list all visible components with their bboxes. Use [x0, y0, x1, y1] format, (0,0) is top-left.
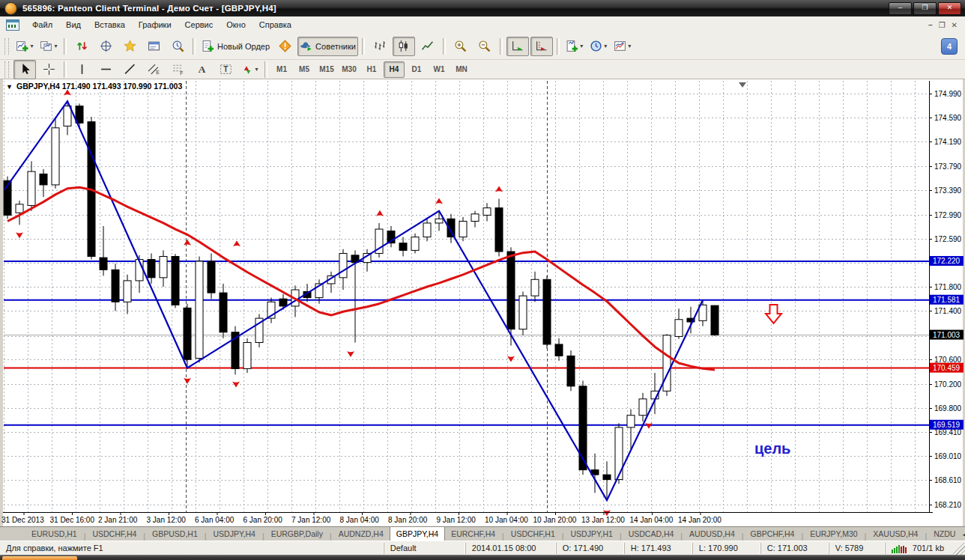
arrows-button[interactable]: ▾ — [238, 60, 261, 79]
new-chart-button[interactable]: ▾ — [13, 37, 36, 56]
target-text-annotation[interactable]: цель — [754, 440, 790, 457]
zoom-out-icon — [478, 40, 491, 52]
taskbar-item[interactable] — [2, 556, 77, 560]
chart-tab-usdjpy-h1[interactable]: USDJPY,H1 — [565, 528, 619, 541]
chart-tab-eurjpy-m30[interactable]: EURJPY,M30 — [804, 528, 863, 541]
chart-tab-eurchf-h4[interactable]: EURCHF,H4 — [445, 528, 501, 541]
chart-shift-button[interactable] — [530, 37, 553, 56]
alert-button[interactable] — [273, 37, 296, 56]
profile-name[interactable]: Default — [384, 543, 465, 554]
menu-item-сервис[interactable]: Сервис — [178, 18, 220, 31]
chart-area[interactable]: 174.990174.590174.190173.790173.390172.9… — [0, 79, 965, 526]
svg-text:F: F — [180, 70, 183, 76]
zoom-in-button[interactable] — [450, 37, 472, 56]
candlestick-chart[interactable]: 174.990174.590174.190173.790173.390172.9… — [0, 79, 965, 526]
periods-button[interactable]: ▾ — [587, 37, 610, 56]
chart-tab-usdjpy-h4[interactable]: USDJPY,H4 — [208, 528, 261, 541]
text-label-button[interactable]: T — [214, 60, 237, 79]
timeframe-m1-button[interactable]: M1 — [271, 61, 292, 78]
timeframe-d1-button[interactable]: D1 — [406, 61, 427, 78]
fibonacci-button[interactable]: F — [166, 60, 189, 79]
chart-candles-button[interactable] — [393, 37, 415, 56]
menu-item-окно[interactable]: Окно — [220, 18, 252, 31]
zoom-out-button[interactable] — [474, 37, 496, 56]
notifications-badge[interactable]: 4 — [941, 38, 958, 55]
market-watch-button[interactable] — [70, 37, 93, 56]
mdi-minimize-button[interactable]: – — [928, 21, 933, 29]
equidistant-channel-button[interactable]: E — [142, 60, 165, 79]
timeframe-w1-button[interactable]: W1 — [429, 61, 450, 78]
window-title: 565896: Panteon Client Terminal - Демо С… — [22, 4, 276, 13]
chart-tab-audnzd-h4[interactable]: AUDNZD,H4 — [333, 528, 390, 541]
timeframe-m30-button[interactable]: M30 — [339, 61, 360, 78]
toolbar-separator — [64, 38, 67, 55]
menu-item-файл[interactable]: Файл — [25, 18, 59, 31]
chart-tab-usdcad-h4[interactable]: USDCAD,H4 — [623, 528, 680, 541]
status-low-value: L: 170.990 — [692, 543, 760, 554]
auto-scroll-icon — [511, 40, 524, 52]
maximize-button[interactable]: ❐ — [913, 2, 937, 15]
strategy-tester-button[interactable] — [166, 37, 189, 56]
chart-tab-xauusd-h4[interactable]: XAUUSD,H4 — [867, 528, 924, 541]
timeframe-mn-button[interactable]: MN — [451, 61, 472, 78]
timeframe-m5-button[interactable]: M5 — [294, 61, 315, 78]
trendline-button[interactable] — [118, 60, 141, 79]
tabs-scroll-left-icon[interactable]: ◄ — [961, 532, 965, 538]
periods-dropdown-icon[interactable]: ▾ — [604, 43, 607, 49]
mdi-restore-button[interactable]: ❐ — [939, 21, 946, 29]
symbol-dropdown-icon[interactable]: ▼ — [6, 83, 13, 91]
chart-tab-nzdu[interactable]: NZDU — [928, 528, 961, 541]
auto-scroll-button[interactable] — [506, 37, 529, 56]
chart-tab-eurgbp-daily[interactable]: EURGBP,Daily — [265, 528, 329, 541]
drawing-toolbar: EFAT▾M1M5M15M30H1H4D1W1MN — [0, 60, 965, 79]
chart-profiles-dropdown-icon[interactable]: ▾ — [54, 43, 57, 49]
chart-tab-audusd-h4[interactable]: AUDUSD,H4 — [683, 528, 741, 541]
horizontal-line-button[interactable] — [94, 60, 117, 79]
close-button[interactable]: ✕ — [938, 2, 961, 15]
expert-advisors-button[interactable]: Советники — [297, 37, 358, 56]
chart-tab-usdchf-h4[interactable]: USDCHF,H4 — [86, 528, 142, 541]
chart-bars-button[interactable] — [369, 37, 391, 56]
minimize-button[interactable]: – — [889, 2, 912, 15]
terminal-button[interactable] — [142, 37, 165, 56]
time-axis-label: 6 Jan 04:00 — [195, 516, 235, 524]
menu-item-вставка[interactable]: Вставка — [88, 18, 132, 31]
new-order-button[interactable]: Новый Ордер — [199, 37, 272, 56]
crosshair-button[interactable] — [37, 60, 60, 79]
zoom-in-icon — [454, 40, 467, 52]
timeframe-m15-button[interactable]: M15 — [316, 61, 337, 78]
templates-dropdown-icon[interactable]: ▾ — [628, 43, 631, 49]
arrows-dropdown-icon[interactable]: ▾ — [255, 66, 258, 73]
data-window-button[interactable] — [94, 37, 117, 56]
indicators-button[interactable]: ▾ — [563, 37, 586, 56]
chart-tab-gbpchf-h4[interactable]: GBPCHF,H4 — [745, 528, 801, 541]
chart-line-button[interactable] — [417, 37, 439, 56]
vertical-line-button[interactable] — [70, 60, 93, 79]
indicators-dropdown-icon[interactable]: ▾ — [580, 43, 583, 49]
chart-profiles-button[interactable]: ▾ — [37, 37, 60, 56]
price-badge: 170.459 — [933, 364, 961, 372]
new-chart-dropdown-icon[interactable]: ▾ — [30, 43, 33, 49]
time-axis-label: 10 Jan 04:00 — [485, 516, 528, 524]
menu-item-справка[interactable]: Справка — [252, 18, 298, 31]
new-chart-icon — [16, 40, 28, 52]
time-axis-label: 9 Jan 12:00 — [437, 516, 477, 524]
timeframe-h1-button[interactable]: H1 — [361, 61, 382, 78]
chart-tab-gbpusd-h1[interactable]: GBPUSD,H1 — [146, 528, 204, 541]
chart-tab-gbpjpy-h4[interactable]: GBPJPY,H4 — [390, 526, 445, 541]
market-watch-icon — [76, 40, 88, 52]
toolbar-separator — [264, 61, 267, 78]
text-button[interactable]: A — [190, 60, 213, 79]
mdi-close-button[interactable]: ✕ — [952, 21, 958, 29]
timeframe-h4-button[interactable]: H4 — [384, 61, 405, 78]
toolbar-separator — [362, 38, 365, 55]
menu-item-графики[interactable]: Графики — [132, 18, 178, 31]
status-volume-value: V: 5789 — [829, 543, 885, 554]
chart-tab-eurusd-h1[interactable]: EURUSD,H1 — [25, 528, 83, 541]
resize-grip[interactable] — [953, 543, 965, 555]
menu-item-вид[interactable]: Вид — [59, 18, 88, 31]
cursor-button[interactable] — [13, 60, 36, 79]
templates-button[interactable]: ▾ — [611, 37, 634, 56]
navigator-button[interactable] — [118, 37, 141, 56]
chart-tab-usdchf-h1[interactable]: USDCHF,H1 — [505, 528, 561, 541]
